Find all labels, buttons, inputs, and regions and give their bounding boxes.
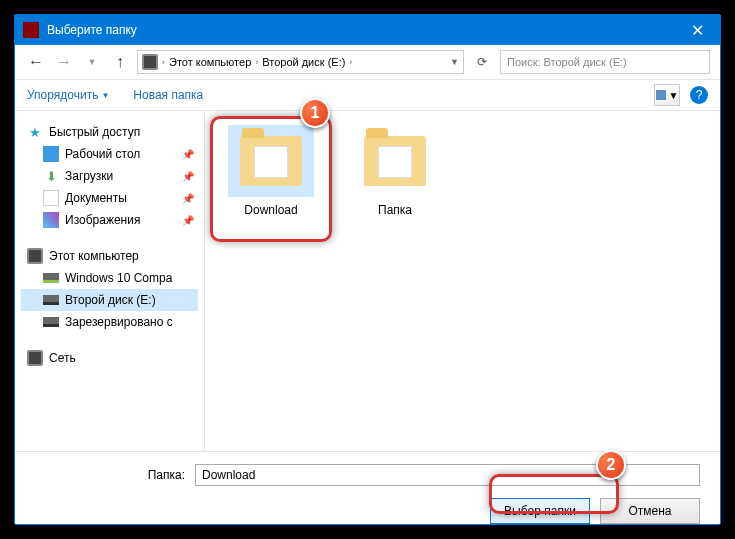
chevron-right-icon: › (255, 57, 258, 67)
folder-item[interactable]: Download (221, 125, 321, 217)
folder-icon (364, 136, 426, 186)
tree-network[interactable]: Сеть (21, 347, 198, 369)
chevron-right-icon: › (349, 57, 352, 67)
new-folder-button[interactable]: Новая папка (133, 88, 203, 102)
back-button[interactable]: ← (25, 53, 47, 71)
titlebar: Выберите папку ✕ (15, 15, 720, 45)
pin-icon: 📌 (182, 193, 194, 204)
dialog-window: Выберите папку ✕ ← → ▼ ↑ › Этот компьюте… (14, 14, 721, 525)
help-icon[interactable]: ? (690, 86, 708, 104)
search-placeholder: Поиск: Второй диск (E:) (507, 56, 627, 68)
crumb-current[interactable]: Второй диск (E:) (262, 56, 345, 68)
chevron-down-icon[interactable]: ▼ (450, 57, 459, 67)
select-folder-button[interactable]: Выбор папки (490, 498, 590, 524)
pin-icon: 📌 (182, 171, 194, 182)
footer: Папка: Выбор папки Отмена (15, 451, 720, 538)
network-icon (27, 350, 43, 366)
pin-icon: 📌 (182, 149, 194, 160)
folder-name-input[interactable] (195, 464, 700, 486)
folder-view[interactable]: Download Папка (205, 111, 720, 451)
search-input[interactable]: Поиск: Второй диск (E:) (500, 50, 710, 74)
folder-label: Папка (345, 203, 445, 217)
drive-icon (43, 295, 59, 305)
tree-downloads[interactable]: ⬇ Загрузки 📌 (21, 165, 198, 187)
tree-documents[interactable]: Документы 📌 (21, 187, 198, 209)
tree-quick-access[interactable]: ★ Быстрый доступ (21, 121, 198, 143)
pin-icon: 📌 (182, 215, 194, 226)
recent-dropdown[interactable]: ▼ (81, 57, 103, 67)
document-icon (43, 190, 59, 206)
folder-icon (240, 136, 302, 186)
chevron-down-icon: ▼ (669, 90, 679, 101)
pc-icon (27, 248, 43, 264)
crumb-root[interactable]: Этот компьютер (169, 56, 251, 68)
chevron-right-icon: › (162, 57, 165, 67)
tree-this-pc[interactable]: Этот компьютер (21, 245, 198, 267)
view-mode-button[interactable]: ▼ (654, 84, 680, 106)
drive-icon (43, 273, 59, 283)
tree-desktop[interactable]: Рабочий стол 📌 (21, 143, 198, 165)
tree-pictures[interactable]: Изображения 📌 (21, 209, 198, 231)
address-bar[interactable]: › Этот компьютер › Второй диск (E:) › ▼ (137, 50, 464, 74)
nav-tree: ★ Быстрый доступ Рабочий стол 📌 ⬇ Загруз… (15, 111, 205, 451)
body: ★ Быстрый доступ Рабочий стол 📌 ⬇ Загруз… (15, 111, 720, 451)
close-icon[interactable]: ✕ (683, 21, 712, 40)
forward-button: → (53, 53, 75, 71)
pc-icon (142, 54, 158, 70)
window-title: Выберите папку (47, 23, 683, 37)
desktop-icon (43, 146, 59, 162)
up-button[interactable]: ↑ (109, 53, 131, 71)
app-icon (23, 22, 39, 38)
drive-icon (43, 317, 59, 327)
toolbar: Упорядочить ▼ Новая папка ▼ ? (15, 79, 720, 111)
pictures-icon (43, 212, 59, 228)
tree-drive-e[interactable]: Второй диск (E:) (21, 289, 198, 311)
tree-reserved[interactable]: Зарезервировано с (21, 311, 198, 333)
chevron-down-icon: ▼ (101, 91, 109, 100)
refresh-button[interactable]: ⟳ (470, 50, 494, 74)
folder-item[interactable]: Папка (345, 125, 445, 217)
cancel-button[interactable]: Отмена (600, 498, 700, 524)
organize-button[interactable]: Упорядочить ▼ (27, 88, 109, 102)
nav-bar: ← → ▼ ↑ › Этот компьютер › Второй диск (… (15, 45, 720, 79)
download-icon: ⬇ (43, 168, 59, 184)
folder-input-label: Папка: (35, 468, 185, 482)
star-icon: ★ (27, 124, 43, 140)
folder-label: Download (221, 203, 321, 217)
tree-drive-c[interactable]: Windows 10 Compa (21, 267, 198, 289)
